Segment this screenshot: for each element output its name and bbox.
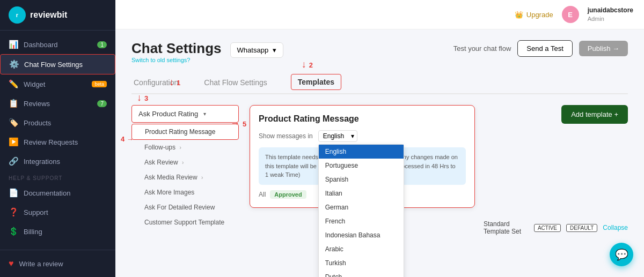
user-avatar: E [562, 6, 579, 23]
add-template-button[interactable]: Add template + [561, 105, 628, 124]
publish-button[interactable]: Publish → [579, 41, 628, 56]
user-info: junaidabcstore Admin [588, 6, 633, 23]
lang-option-indonesian[interactable]: Indonesian Bahasa [319, 228, 404, 242]
header-actions: Test your chat flow Send a Test Publish … [453, 40, 628, 57]
lang-option-italian[interactable]: Italian [319, 186, 404, 200]
lang-option-german[interactable]: German [319, 200, 404, 214]
standard-template-row: Standard Template Set ACTIVE DEFAULT Col… [484, 220, 628, 235]
flow-item-customer-support[interactable]: Customer Support Template [131, 215, 239, 230]
sidebar-item-integrations[interactable]: 🔗 Integrations [0, 152, 115, 171]
sidebar-item-label: Documentation [24, 189, 70, 197]
lang-option-portuguese[interactable]: Portuguese [319, 159, 404, 173]
flow-item-ask-more-images[interactable]: Ask More Images [131, 185, 239, 200]
upgrade-label: Upgrade [526, 11, 553, 19]
lang-option-dutch[interactable]: Dutch [319, 270, 404, 277]
sidebar-item-label: Review Requests [24, 138, 78, 146]
flow-item-ask-media-review[interactable]: Ask Media Review › [131, 170, 239, 185]
sidebar-item-label: Reviews [24, 100, 50, 108]
sidebar-item-label: Widget [24, 80, 45, 88]
sidebar-bottom: ♥ Write a review [0, 250, 115, 277]
sidebar-item-reviews[interactable]: 📋 Reviews 7 [0, 94, 115, 113]
sidebar-item-products[interactable]: 🏷️ Products [0, 113, 115, 132]
products-icon: 🏷️ [9, 118, 18, 128]
lang-option-english[interactable]: English [319, 145, 404, 159]
sidebar-item-billing[interactable]: 💲 Billing [0, 222, 115, 241]
dashboard-badge: 1 [97, 41, 107, 48]
default-badge: DEFAULT [566, 224, 597, 232]
logo-icon: r [9, 6, 26, 24]
tab-configuration[interactable]: Configuration [131, 74, 180, 94]
sidebar-item-documentation[interactable]: 📄 Documentation [0, 183, 115, 203]
language-select-wrapper: English ▾ English Portuguese Spanish Ita… [318, 130, 357, 142]
flow-item-label: Product Rating Message [145, 128, 215, 136]
product-rating-message-wrapper: Product Rating Message 4 → [131, 124, 239, 140]
sidebar-item-label: Products [24, 119, 51, 127]
lang-option-spanish[interactable]: Spanish [319, 173, 404, 186]
approved-badge: Approved [270, 190, 306, 199]
page-title-area: Chat Settings Switch to old settings? [131, 40, 222, 63]
chat-icon: 💬 [615, 248, 628, 261]
chevron-icon: ▾ [203, 111, 206, 117]
sidebar-item-chat-flow-settings[interactable]: ⚙️ Chat Flow Settings [0, 54, 115, 74]
lang-option-arabic[interactable]: Arabic [319, 242, 404, 256]
heart-icon: ♥ [9, 259, 14, 268]
flow-item-label: Ask Media Review [144, 174, 197, 181]
widget-icon: ✏️ [9, 79, 18, 89]
sidebar-item-label: Support [24, 208, 48, 216]
sidebar-item-write-review[interactable]: ♥ Write a review [9, 254, 107, 273]
language-select[interactable]: English ▾ [318, 130, 357, 142]
channel-select[interactable]: Whatsapp ▾ [230, 42, 284, 58]
chevron-down-icon: ▾ [351, 132, 354, 140]
flow-item-label: Ask More Images [144, 189, 194, 196]
flow-item-product-rating-message[interactable]: Product Rating Message [131, 124, 239, 140]
topbar: 👑 Upgrade E junaidabcstore Admin [115, 0, 644, 29]
sidebar-logo: r reviewbit [0, 0, 115, 31]
flow-item-follow-ups[interactable]: Follow-ups › [131, 140, 239, 155]
reviews-badge: 7 [97, 100, 107, 107]
sidebar-item-dashboard[interactable]: 📊 Dashboard 1 [0, 35, 115, 54]
reviews-icon: 📋 [9, 99, 18, 108]
sidebar-item-review-requests[interactable]: ▶️ Review Requests [0, 132, 115, 152]
chevron-icon: › [182, 160, 184, 166]
flow-item-ask-product-rating[interactable]: Ask Product Rating ▾ [131, 105, 239, 123]
integrations-icon: 🔗 [9, 156, 18, 166]
send-test-button[interactable]: Send a Test [517, 40, 572, 57]
active-badge: ACTIVE [534, 224, 561, 232]
flow-item-label: Follow-ups [144, 144, 175, 151]
chat-fab-button[interactable]: 💬 [610, 243, 633, 266]
flow-item-label: Ask For Detailed Review [144, 204, 215, 211]
card-title: Product Rating Message [259, 114, 466, 124]
sidebar-item-widget[interactable]: ✏️ Widget beta [0, 74, 115, 94]
tab-templates[interactable]: Templates [291, 74, 341, 90]
whatsapp-label: Whatsapp [237, 46, 269, 54]
chevron-icon: › [179, 145, 181, 151]
content-area: ↓ 3 Ask Product Rating ▾ Product Rating … [131, 105, 628, 235]
user-name: junaidabcstore [588, 6, 633, 15]
test-label: Test your chat flow [453, 44, 511, 53]
collapse-link[interactable]: Collapse [603, 224, 628, 231]
dashboard-icon: 📊 [9, 40, 18, 49]
left-panel: ↓ 3 Ask Product Rating ▾ Product Rating … [131, 105, 239, 235]
right-actions: Add template + Standard Template Set ACT… [484, 105, 628, 235]
tabs: Configuration Chat Flow Settings ↓ 2 Tem… [131, 74, 628, 94]
crown-icon: 👑 [515, 11, 523, 19]
lang-option-french[interactable]: French [319, 214, 404, 228]
upgrade-button[interactable]: 👑 Upgrade [515, 11, 553, 19]
all-label: All [259, 191, 266, 198]
switch-settings-link[interactable]: Switch to old settings? [131, 57, 222, 63]
tab-chat-flow-settings[interactable]: Chat Flow Settings [202, 74, 269, 94]
lang-option-turkish[interactable]: Turkish [319, 256, 404, 270]
documentation-icon: 📄 [9, 188, 18, 198]
card-lang-row: Show messages in English ▾ English Portu… [259, 130, 466, 142]
show-messages-label: Show messages in [259, 132, 313, 140]
tab-templates-wrapper: ↓ 2 Templates [291, 74, 341, 93]
flow-item-ask-detailed-review[interactable]: Ask For Detailed Review [131, 200, 239, 215]
sidebar-item-support[interactable]: ❓ Support [0, 203, 115, 222]
flow-item-ask-review[interactable]: Ask Review › [131, 155, 239, 170]
svg-text:r: r [16, 12, 19, 18]
sidebar-item-label: Billing [24, 228, 42, 236]
right-area: → 5 Product Rating Message Show messages… [250, 105, 628, 235]
selected-lang: English [323, 132, 344, 140]
standard-template-label: Standard Template Set [484, 220, 529, 235]
main-content: 👑 Upgrade E junaidabcstore Admin Chat Se… [115, 0, 644, 277]
